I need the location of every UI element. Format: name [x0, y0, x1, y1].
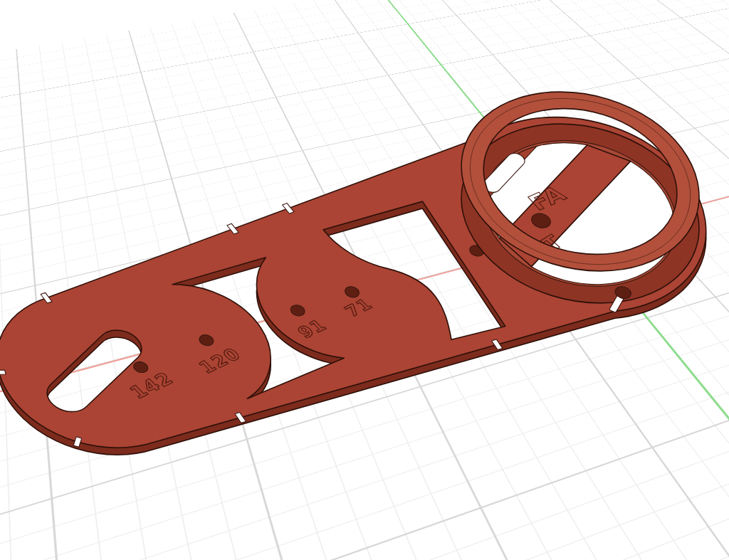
cad-viewport[interactable]: 142 120 91 71 FA T — [0, 0, 729, 560]
part-canvas[interactable]: 142 120 91 71 FA T — [0, 0, 729, 560]
